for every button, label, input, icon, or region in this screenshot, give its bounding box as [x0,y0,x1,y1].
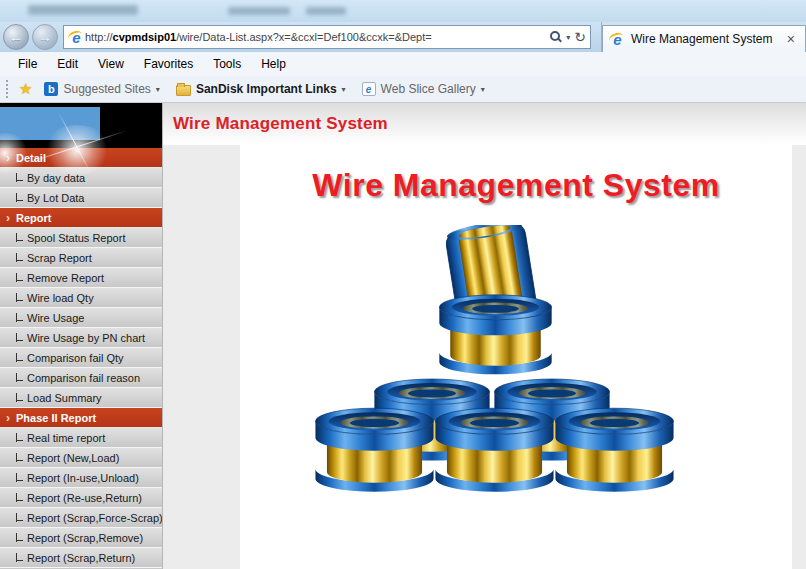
favorites-item-label: SanDisk Important Links [196,82,337,96]
sidebar-item-label: Comparison fail reason [27,372,140,384]
sidebar-header-report[interactable]: ›Report [0,208,163,228]
tree-branch-icon [16,193,23,202]
sidebar-item-report-scrap-return[interactable]: Report (Scrap,Return) [0,548,163,568]
tree-branch-icon [16,253,23,262]
sidebar-item-wire-usage[interactable]: Wire Usage [0,308,163,328]
dropdown-caret-icon: ▾ [156,85,160,94]
search-icon[interactable] [550,31,562,43]
refresh-icon[interactable]: ↻ [574,30,586,44]
ie-page-icon: e [68,30,85,45]
wire-spools-image [300,225,680,525]
sidebar-item-label: Real time report [27,432,105,444]
sidebar-item-report-new-load[interactable]: Report (New,Load) [0,448,163,468]
sidebar-item-label: Report (Scrap,Return) [27,552,135,564]
sidebar-item-wire-usage-by-pn-chart[interactable]: Wire Usage by PN chart [0,328,163,348]
menu-file[interactable]: File [8,52,47,76]
sidebar-item-label: Wire Usage [27,312,84,324]
sidebar-item-by-day-data[interactable]: By day data [0,168,163,188]
main-body: Wire Management System [163,145,806,569]
hero-title: Wire Management System [240,167,792,204]
tab-close-icon[interactable]: × [783,31,799,47]
sidebar-item-label: Report (Re-use,Return) [27,492,142,504]
tree-branch-icon [16,513,23,522]
sidebar-item-label: Wire Usage by PN chart [27,332,145,344]
sidebar-item-label: Report (Scrap,Remove) [27,532,143,544]
tab-wire-management-system[interactable]: e Wire Management System × [602,25,806,52]
favorites-item-label: Suggested Sites [63,82,150,96]
menu-help[interactable]: Help [251,52,296,76]
url-text[interactable]: http://cvpmdsip01/wire/Data-List.aspx?x=… [85,31,546,43]
sidebar-item-label: Load Summary [27,392,102,404]
browser-window: ← → e http://cvpmdsip01/wire/Data-List.a… [0,0,806,569]
tree-branch-icon [16,453,23,462]
forward-button[interactable]: → [32,24,58,50]
dropdown-caret-icon: ▾ [342,85,346,94]
sidebar-item-label: Scrap Report [27,252,92,264]
page-content: ›DetailBy day dataBy Lot Data›ReportSpoo… [0,103,806,569]
sidebar-logo-band [0,103,163,148]
sidebar-item-label: Report (Scrap,Force-Scrap) [27,512,163,524]
sidebar-header-label: Report [16,212,51,224]
tree-branch-icon [16,273,23,282]
sidebar-header-label: Phase II Report [16,412,96,424]
tab-strip: e Wire Management System × [601,22,806,52]
tab-title: Wire Management System [631,32,778,46]
sidebar-item-label: Remove Report [27,272,104,284]
sidebar-logo-blue-block [0,107,100,140]
sidebar-item-report-scrap-remove[interactable]: Report (Scrap,Remove) [0,528,163,548]
toolbar-grip-handle[interactable] [6,80,11,98]
sidebar-item-report-re-use-return[interactable]: Report (Re-use,Return) [0,488,163,508]
sidebar: ›DetailBy day dataBy Lot Data›ReportSpoo… [0,103,163,569]
sidebar-item-label: Report (In-use,Unload) [27,472,139,484]
sidebar-menu: ›DetailBy day dataBy Lot Data›ReportSpoo… [0,148,163,568]
favorites-star-icon[interactable]: ★ [19,80,32,98]
webslice-icon: e [362,82,376,96]
tree-branch-icon [16,293,23,302]
folder-icon [176,85,191,96]
favorites-item-label: Web Slice Gallery [381,82,476,96]
favorites-item-web-slice-gallery[interactable]: eWeb Slice Gallery▾ [354,82,493,96]
background-window-titlebar [0,0,806,22]
menu-edit[interactable]: Edit [47,52,88,76]
chevron-right-icon: › [6,151,10,165]
sidebar-item-label: Report (New,Load) [27,452,119,464]
sidebar-item-label: Comparison fail Qty [27,352,124,364]
menu-tools[interactable]: Tools [203,52,251,76]
main-area: Wire Management System Wire Management S… [163,103,806,569]
sidebar-item-real-time-report[interactable]: Real time report [0,428,163,448]
sidebar-header-phase-ii-report[interactable]: ›Phase II Report [0,408,163,428]
menu-bar: FileEditViewFavoritesToolsHelp [0,52,806,76]
sidebar-item-label: Spool Status Report [27,232,125,244]
sidebar-item-wire-load-qty[interactable]: Wire load Qty [0,288,163,308]
background-toolbar-icons [28,5,138,15]
tree-branch-icon [16,533,23,542]
favorites-item-suggested-sites[interactable]: bSuggested Sites▾ [36,82,167,96]
menu-favorites[interactable]: Favorites [134,52,203,76]
sidebar-header-detail[interactable]: ›Detail [0,148,163,168]
sidebar-item-by-lot-data[interactable]: By Lot Data [0,188,163,208]
sidebar-item-comparison-fail-qty[interactable]: Comparison fail Qty [0,348,163,368]
background-window-title-text [306,7,346,15]
tree-branch-icon [16,433,23,442]
sidebar-item-scrap-report[interactable]: Scrap Report [0,248,163,268]
sidebar-item-report-scrap-force-scrap[interactable]: Report (Scrap,Force-Scrap) [0,508,163,528]
chevron-right-icon: › [6,211,10,225]
tree-branch-icon [16,173,23,182]
sidebar-item-report-in-use-unload[interactable]: Report (In-use,Unload) [0,468,163,488]
tree-branch-icon [16,493,23,502]
menu-view[interactable]: View [88,52,134,76]
chevron-right-icon: › [6,411,10,425]
sidebar-item-load-summary[interactable]: Load Summary [0,388,163,408]
sidebar-item-comparison-fail-reason[interactable]: Comparison fail reason [0,368,163,388]
sidebar-item-spool-status-report[interactable]: Spool Status Report [0,228,163,248]
tree-branch-icon [16,473,23,482]
search-dropdown-caret-icon[interactable]: ▾ [566,33,570,42]
bing-icon: b [44,82,58,96]
sidebar-item-remove-report[interactable]: Remove Report [0,268,163,288]
sidebar-item-label: Wire load Qty [27,292,94,304]
back-button[interactable]: ← [3,24,29,50]
tree-branch-icon [16,353,23,362]
address-bar[interactable]: e http://cvpmdsip01/wire/Data-List.aspx?… [63,25,591,49]
favorites-item-sandisk-important-links[interactable]: SanDisk Important Links▾ [168,82,354,96]
tree-branch-icon [16,333,23,342]
